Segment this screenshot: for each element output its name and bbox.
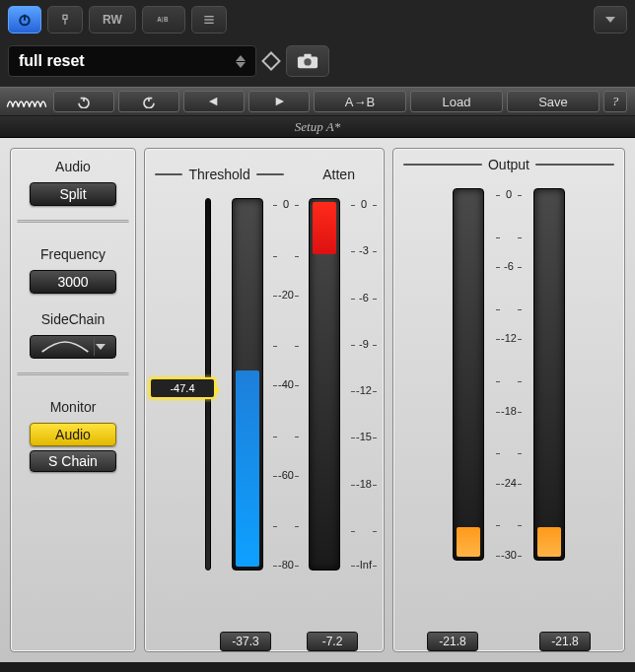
svg-rect-9 [204,23,213,24]
output-meter-left [453,188,484,561]
threshold-handle[interactable]: -47.4 [149,377,216,399]
svg-rect-11 [304,54,311,58]
threshold-readout[interactable]: -37.3 [220,632,271,651]
frequency-value[interactable]: 3000 [30,270,116,294]
threshold-meter [232,198,263,571]
svg-rect-8 [204,19,213,20]
preset-stepper[interactable] [236,55,246,68]
save-button[interactable]: Save [507,91,600,112]
sidechain-label: SideChain [11,311,135,327]
atten-meter [309,198,340,571]
next-button[interactable] [248,91,310,112]
preset-selector[interactable]: full reset [8,45,256,77]
monitor-schain-button[interactable]: S Chain [30,450,116,472]
frequency-label: Frequency [11,246,135,262]
monitor-label: Monitor [11,399,135,415]
svg-rect-6 [162,17,163,23]
audio-label: Audio [11,159,135,174]
atten-readout[interactable]: -7.2 [307,632,358,651]
atten-scale: 0 -3 -6 -9 -12 -15 -18 -Inf [356,198,372,571]
output-left-readout[interactable]: -21.8 [427,632,478,651]
rw-button[interactable]: RW [89,6,136,34]
redo-button[interactable] [118,91,179,112]
load-button[interactable]: Load [410,91,503,112]
threshold-scale: 0 -20 -40 -60 -80 [278,198,294,571]
power-button[interactable] [8,6,41,34]
ab-compare-button[interactable]: AB [142,6,185,34]
preset-name: full reset [19,52,85,70]
output-right-readout[interactable]: -21.8 [539,632,591,651]
svg-text:B: B [164,16,169,23]
svg-point-12 [304,58,311,65]
threshold-label: Threshold [145,167,294,182]
output-label: Output [393,157,624,172]
output-meter-right [533,188,565,561]
prev-button[interactable] [183,91,245,112]
svg-rect-2 [63,15,67,19]
bypass-button[interactable] [47,6,83,34]
atten-label: Atten [294,167,384,182]
undo-button[interactable] [53,91,114,112]
monitor-audio-button[interactable]: Audio [30,423,116,446]
snapshot-button[interactable] [286,45,329,77]
preset-diamond-icon[interactable] [261,51,281,71]
ab-copy-button[interactable]: A→B [314,91,406,112]
svg-text:A: A [157,16,162,23]
output-scale: 0 -6 -12 -18 -24 -30 [501,188,517,561]
help-button[interactable]: ? [603,91,627,112]
setup-label[interactable]: Setup A* [0,116,635,138]
waves-logo [4,91,49,112]
sidechain-shape-selector[interactable] [30,335,116,359]
menu-button[interactable] [191,6,227,34]
settings-dropdown[interactable] [594,6,627,34]
svg-rect-7 [204,16,213,17]
threshold-slider[interactable]: -47.4 [196,198,218,571]
audio-mode-button[interactable]: Split [30,182,116,206]
